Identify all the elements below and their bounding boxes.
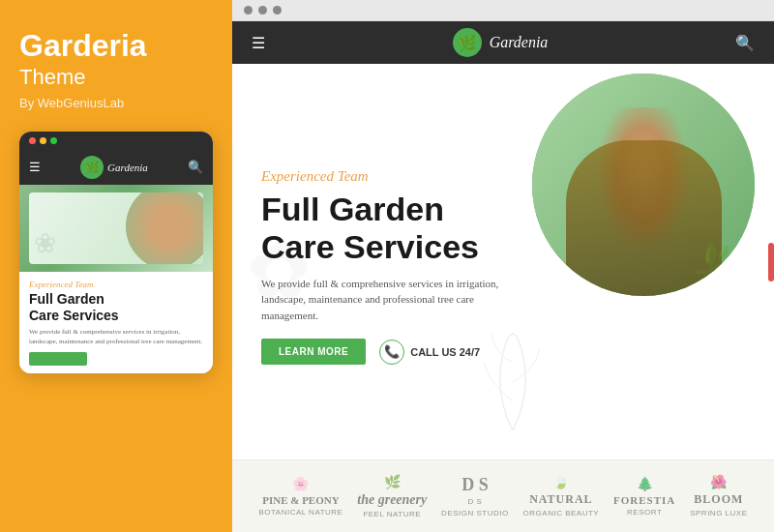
hero-description: We provide full & comprehensive services… <box>261 276 513 324</box>
greenery-name: the greenery <box>357 492 427 508</box>
mobile-hero-image: ❀ <box>19 185 213 272</box>
brands-bar: 🌸 PINE & PEONY BOTANICAL NATURE 🌿 the gr… <box>232 459 774 532</box>
mobile-hero-title: Full Garden Care Services <box>29 291 203 324</box>
brand-subtitle: Theme <box>19 65 85 90</box>
brand-natural: 🍃 NATURAL ORGANIC BEAUTY <box>523 474 600 518</box>
mobile-top-bar <box>19 132 213 150</box>
brand-title: Garderia <box>19 29 147 63</box>
browser-dot-3 <box>273 6 282 15</box>
mobile-logo: 🌿 Gardenia <box>80 156 148 179</box>
mobile-dot-green <box>50 137 57 144</box>
hero-main-title: Full Garden Care Services <box>261 191 745 266</box>
brand-ds-studio: D S D S DESIGN STUDIO <box>441 475 509 517</box>
brand-by: By WebGeniusLab <box>19 96 124 110</box>
mobile-person <box>126 192 203 264</box>
forestia-icon: 🌲 <box>637 476 653 492</box>
mobile-mockup: ☰ 🌿 Gardenia 🔍 ❀ Experienced Team Full G… <box>19 132 213 373</box>
browser-dot-1 <box>244 6 253 15</box>
experienced-label: Experienced Team <box>261 168 745 185</box>
natural-sub: ORGANIC BEAUTY <box>523 509 600 518</box>
desktop-logo-text: Gardenia <box>490 34 549 51</box>
learn-more-button[interactable]: LEARN MORE <box>261 339 366 365</box>
bloom-icon: 🌺 <box>710 474 727 490</box>
left-panel: Garderia Theme By WebGeniusLab ☰ 🌿 Garde… <box>0 0 232 532</box>
right-panel: ☰ 🌿 Gardenia 🔍 ✿ Experienced Team Full G… <box>232 0 774 532</box>
mobile-hamburger-icon[interactable]: ☰ <box>29 160 41 175</box>
mobile-hero-desc: We provide full & comprehensive services… <box>29 328 203 347</box>
desktop-website: ☰ 🌿 Gardenia 🔍 ✿ Experienced Team Full G… <box>232 21 774 532</box>
desktop-hamburger-icon[interactable]: ☰ <box>252 34 265 52</box>
mobile-hero-content: Experienced Team Full Garden Care Servic… <box>19 272 213 373</box>
natural-name: NATURAL <box>529 492 592 507</box>
natural-icon: 🍃 <box>552 474 569 490</box>
browser-dot-2 <box>258 6 267 15</box>
mobile-search-icon[interactable]: 🔍 <box>188 160 203 175</box>
desktop-hero: ✿ Experienced Team Full Garden Care Serv… <box>232 64 774 459</box>
scrollbar-indicator[interactable] <box>768 243 774 281</box>
desktop-search-icon[interactable]: 🔍 <box>735 34 755 52</box>
desktop-logo-circle: 🌿 <box>453 28 482 57</box>
phone-icon: 📞 <box>379 340 404 365</box>
brand-bloom-spring: 🌺 BLOOM SPRING LUXE <box>690 474 747 518</box>
desktop-logo: 🌿 Gardenia <box>453 28 549 57</box>
mobile-logo-text: Gardenia <box>107 162 148 173</box>
pine-peony-sub: BOTANICAL NATURE <box>258 508 342 517</box>
call-button[interactable]: 📞 CALL US 24/7 <box>379 340 480 365</box>
hero-left-content: Experienced Team Full Garden Care Servic… <box>261 93 745 440</box>
ds-letters: D S <box>461 475 489 495</box>
greenery-sub: FEEL NATURE <box>363 510 421 519</box>
brand-forestia: 🌲 FORESTIA RESORT <box>613 476 675 517</box>
forestia-name: FORESTIA <box>613 494 675 506</box>
mobile-dot-red <box>29 137 36 144</box>
hero-actions: LEARN MORE 📞 CALL US 24/7 <box>261 339 745 365</box>
pine-peony-icon: 🌸 <box>292 476 309 492</box>
mobile-browser-dots <box>29 137 57 144</box>
ds-top: D S <box>468 497 483 507</box>
ds-sub: DESIGN STUDIO <box>441 509 509 518</box>
forestia-sub: RESORT <box>627 508 662 517</box>
mobile-hero-circle <box>126 192 203 264</box>
mobile-logo-circle: 🌿 <box>80 156 104 179</box>
brand-greenery: 🌿 the greenery FEEL NATURE <box>357 474 427 519</box>
bloom-sub: SPRING LUXE <box>690 509 747 518</box>
mobile-learn-more-button[interactable] <box>29 352 87 366</box>
mobile-experienced-text: Experienced Team <box>29 280 203 289</box>
mobile-nav: ☰ 🌿 Gardenia 🔍 <box>19 150 213 185</box>
bloom-name: BLOOM <box>694 492 743 507</box>
brand-pine-peony: 🌸 PINE & PEONY BOTANICAL NATURE <box>258 476 342 517</box>
greenery-icon: 🌿 <box>384 474 401 490</box>
desktop-nav: ☰ 🌿 Gardenia 🔍 <box>232 21 774 64</box>
desktop-browser-bar <box>232 0 774 21</box>
pine-peony-name: PINE & PEONY <box>262 494 339 506</box>
mobile-dot-yellow <box>40 137 46 144</box>
